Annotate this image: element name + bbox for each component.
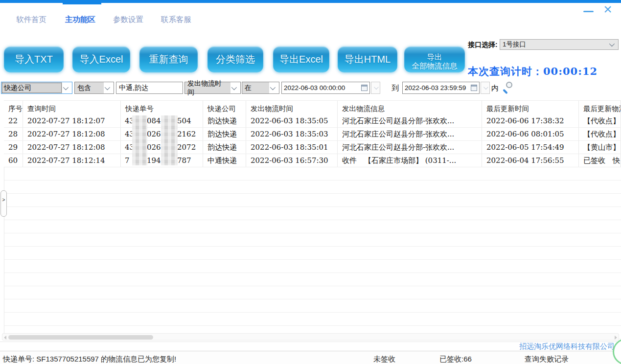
status-failed-records: 查询失败记录 bbox=[525, 355, 569, 364]
status-signed-count: 已签收:66 bbox=[439, 355, 472, 364]
cell-seq: 60 bbox=[4, 154, 23, 167]
filter-operator-value: 包含 bbox=[75, 82, 104, 93]
table-row[interactable]: 28 2022-07-27 18:12:08 43 026 2162 韵达快递 … bbox=[4, 128, 621, 141]
empty-table-row bbox=[4, 286, 621, 299]
header-query-time: 查询时间 bbox=[23, 101, 121, 114]
cell-send-time: 2022-06-03 16:57:30 bbox=[246, 154, 338, 167]
chevron-down-icon bbox=[609, 41, 615, 46]
header-send-info: 发出物流信息 bbox=[338, 101, 482, 114]
tab-contact-support[interactable]: 联系客服 bbox=[161, 15, 191, 25]
status-bar: 快递单号: SF1357705215597 的物流信息已为您复制! 未签收 已签… bbox=[0, 351, 621, 364]
magnifier-glass bbox=[506, 82, 512, 88]
cell-query-time: 2022-07-27 18:12:07 bbox=[23, 114, 121, 127]
search-icon[interactable] bbox=[502, 81, 513, 94]
minimize-icon[interactable] bbox=[583, 11, 594, 12]
cell-send-info: 河北石家庄公司赵县分部-张欢欢... bbox=[338, 141, 482, 154]
side-panel-expander[interactable]: > bbox=[0, 190, 7, 217]
filter-operator-combobox[interactable]: 包含 bbox=[74, 82, 114, 94]
filter-field-combobox[interactable]: 快递公司 bbox=[1, 82, 72, 94]
tracking-segment: 2162 bbox=[177, 130, 196, 138]
empty-table-row bbox=[4, 220, 621, 233]
filter-timefield-value: 发出物流时间 bbox=[185, 82, 230, 93]
import-excel-button[interactable]: 导入Excel bbox=[72, 46, 130, 72]
tracking-segment: 026 bbox=[147, 130, 161, 138]
empty-table-row bbox=[4, 233, 621, 247]
cell-send-time: 2022-06-03 18:35:03 bbox=[246, 128, 338, 140]
scroll-left-arrow-icon[interactable] bbox=[4, 336, 6, 340]
tab-main-functions[interactable]: 主功能区 bbox=[65, 15, 95, 25]
start-datetime-picker[interactable]: 2022-06-03 00:00:00 bbox=[281, 82, 370, 94]
close-icon[interactable]: × bbox=[600, 1, 615, 18]
cell-update-info: 【黄山市】 bbox=[579, 141, 621, 154]
cell-update-time: 2022-06-05 17:54:49 bbox=[482, 141, 579, 154]
chevron-down-icon bbox=[374, 85, 379, 90]
end-datetime-picker[interactable]: 2022-06-03 23:59:59 bbox=[402, 82, 480, 94]
cell-update-info: 【代收点】 bbox=[579, 114, 621, 127]
chevron-down-icon bbox=[230, 82, 240, 93]
empty-table-row bbox=[4, 181, 621, 194]
cell-send-info: 河北石家庄公司赵县分部-张欢欢... bbox=[338, 128, 482, 140]
tracking-segment: 7 bbox=[125, 156, 130, 165]
empty-table-row bbox=[4, 194, 621, 207]
table-header-row: 序号 查询时间 快递单号 快递公司 发出物流时间 发出物流信息 最后更新时间 最… bbox=[4, 100, 621, 114]
cell-courier: 中通快递 bbox=[203, 154, 246, 167]
query-timer: 本次查询计时：00:00:12 bbox=[468, 65, 598, 78]
interface-select-dropdown[interactable]: 1号接口 bbox=[500, 39, 619, 50]
status-unsigned-count: 未签收 bbox=[373, 355, 395, 364]
table-row[interactable]: 22 2022-07-27 18:12:07 43 084 504 韵达快递 2… bbox=[4, 114, 621, 128]
empty-table-row bbox=[4, 273, 621, 286]
empty-table-row bbox=[4, 260, 621, 273]
scroll-right-arrow-icon[interactable] bbox=[615, 336, 617, 340]
cell-send-info: 河北石家庄公司赵县分部-张欢欢... bbox=[338, 114, 482, 127]
horizontal-scrollbar[interactable] bbox=[2, 333, 619, 341]
import-txt-button[interactable]: 导入TXT bbox=[4, 46, 64, 72]
chevron-down-icon bbox=[483, 85, 488, 90]
privacy-mask bbox=[161, 115, 178, 165]
cell-update-time: 2022-06-04 17:56:55 bbox=[482, 154, 579, 167]
tracking-segment: 787 bbox=[177, 156, 191, 165]
tab-parameter-settings[interactable]: 参数设置 bbox=[113, 15, 143, 25]
cell-update-info: 【代收点】 bbox=[579, 128, 621, 140]
cell-seq: 22 bbox=[4, 114, 23, 127]
empty-table-row bbox=[4, 247, 621, 260]
header-update-info: 最后更新物流信息 bbox=[579, 101, 621, 114]
filter-rangeop-combobox[interactable]: 在 bbox=[242, 82, 279, 94]
empty-table-row bbox=[4, 313, 621, 326]
cell-send-info: 收件 【石家庄市场部】 (0311-... bbox=[338, 154, 482, 167]
within-label: 内 bbox=[491, 84, 499, 93]
empty-table-row bbox=[4, 167, 621, 181]
requery-button[interactable]: 重新查询 bbox=[139, 46, 198, 72]
magnifier-handle bbox=[503, 89, 508, 94]
table-row[interactable]: 60 2022-07-27 18:12:14 7 194 787 中通快递 20… bbox=[4, 154, 621, 167]
cell-update-time: 2022-06-06 17:38:32 bbox=[482, 114, 579, 127]
export-all-line2: 全部物流信息 bbox=[412, 62, 458, 70]
cell-query-time: 2022-07-27 18:12:08 bbox=[23, 141, 121, 154]
cell-seq: 28 bbox=[4, 128, 23, 140]
filter-keywords-input[interactable] bbox=[116, 82, 183, 94]
query-timer-value: 00:00:12 bbox=[543, 65, 598, 77]
tracking-segment: 026 bbox=[147, 143, 161, 152]
cell-courier: 韵达快递 bbox=[203, 114, 246, 127]
status-message: 快递单号: SF1357705215597 的物流信息已为您复制! bbox=[3, 355, 176, 364]
privacy-mask bbox=[132, 115, 147, 165]
chevron-down-icon bbox=[104, 82, 114, 93]
end-datetime-dropdown-arrow[interactable] bbox=[481, 82, 490, 94]
export-all-logistics-button[interactable]: 导出 全部物流信息 bbox=[404, 46, 465, 72]
tracking-segment: 2072 bbox=[177, 143, 196, 152]
start-datetime-value: 2022-06-03 00:00:00 bbox=[284, 84, 345, 91]
export-excel-button[interactable]: 导出Excel bbox=[273, 46, 329, 72]
cell-courier: 韵达快递 bbox=[203, 128, 246, 140]
filter-rangeop-value: 在 bbox=[242, 82, 269, 93]
tab-software-home[interactable]: 软件首页 bbox=[16, 15, 46, 25]
company-link[interactable]: 招远淘乐优网络科技有限公司 bbox=[519, 342, 615, 351]
start-datetime-dropdown-arrow[interactable] bbox=[371, 82, 380, 94]
header-tracking-no: 快递单号 bbox=[121, 101, 203, 114]
classify-filter-button[interactable]: 分类筛选 bbox=[207, 46, 263, 72]
export-html-button[interactable]: 导出HTML bbox=[338, 46, 397, 72]
scrollbar-thumb[interactable] bbox=[8, 335, 153, 340]
table-row[interactable]: 29 2022-07-27 18:12:08 43 026 2072 韵达快递 … bbox=[4, 141, 621, 154]
filter-timefield-combobox[interactable]: 发出物流时间 bbox=[184, 82, 241, 94]
cell-courier: 韵达快递 bbox=[203, 141, 246, 154]
end-datetime-value: 2022-06-03 23:59:59 bbox=[405, 84, 466, 91]
cell-update-time: 2022-06-06 08:01:05 bbox=[482, 128, 579, 140]
